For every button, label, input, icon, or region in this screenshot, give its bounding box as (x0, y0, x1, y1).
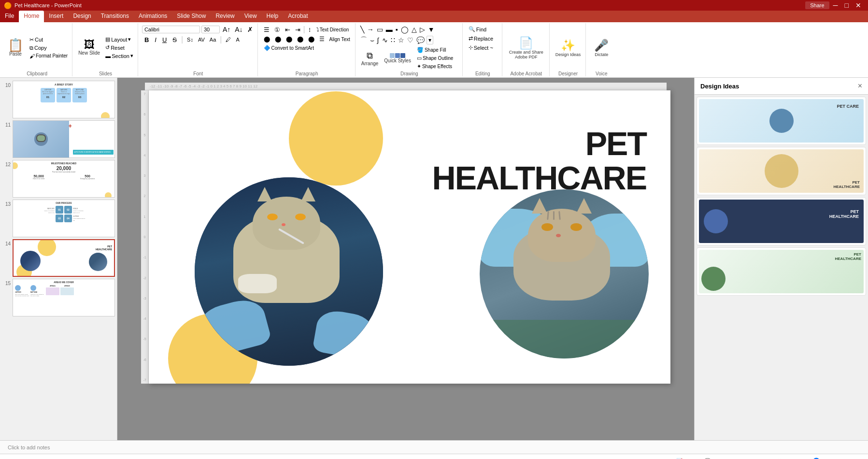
shape-effects-button[interactable]: ✦ Shape Effects (415, 63, 455, 70)
font-case-button[interactable]: Aa (208, 36, 218, 43)
shape-rect3[interactable]: ▪ (395, 25, 399, 34)
arrange-button[interactable]: ⧉ Arrange (359, 50, 381, 67)
underline-button[interactable]: U (160, 36, 169, 44)
format-painter-button[interactable]: 🖌 Format Painter (28, 53, 69, 59)
text-direction-button[interactable]: ⤵ Text Direction (314, 26, 351, 33)
shape-fill-icon: 🪣 (417, 47, 424, 53)
shapes-more-btn[interactable]: ▾ (427, 36, 433, 44)
shape-rect[interactable]: ▭ (376, 25, 384, 34)
text-shadow-button[interactable]: S↕ (185, 36, 195, 43)
design-ideas-button[interactable]: ✨ Design Ideas (554, 38, 583, 58)
font-size-select[interactable] (201, 26, 220, 33)
design-idea-3[interactable]: PETHEALTHCARE (697, 197, 866, 245)
tab-animations[interactable]: Animations (134, 11, 172, 22)
font-color-button[interactable]: A (234, 36, 241, 43)
strikethrough-button[interactable]: S (170, 36, 179, 44)
new-slide-button[interactable]: 🖼 New Slide (76, 39, 102, 57)
notes-placeholder[interactable]: Click to add notes (8, 445, 50, 450)
slideshow-button[interactable]: ▶ (789, 458, 794, 459)
cut-button[interactable]: ✂ Cut (28, 36, 69, 43)
tab-slideshow[interactable]: Slide Show (172, 11, 211, 22)
section-icon: ▬ (105, 53, 111, 59)
replace-button[interactable]: ⇄ Replace (467, 34, 499, 43)
font-size-increase[interactable]: A↑ (221, 25, 232, 34)
highlight-button[interactable]: 🖊 (224, 36, 233, 43)
layout-button[interactable]: ▤ Layout ▾ (104, 36, 135, 43)
paste-button[interactable]: 📋 Paste (5, 38, 26, 57)
shape-circle[interactable]: ◯ (400, 25, 410, 34)
arrange-icon: ⧉ (367, 51, 373, 61)
format-painter-icon: 🖌 (29, 53, 35, 59)
design-idea-4[interactable]: PETHEALTHCARE (697, 247, 866, 296)
shape-fill-button[interactable]: 🪣 Shape Fill (415, 46, 455, 54)
shape-more-arrow[interactable]: ▼ (427, 25, 436, 34)
tab-view[interactable]: View (240, 11, 262, 22)
copy-button[interactable]: ⧉ Copy (28, 44, 69, 52)
shape-callout[interactable]: 💬 (415, 36, 426, 44)
tab-file[interactable]: File (0, 11, 19, 22)
quick-styles-button[interactable]: Quick Styles (382, 52, 413, 64)
dictate-button[interactable]: 🎤 Dictate (592, 38, 611, 58)
reset-button[interactable]: ↺ Reset (104, 44, 135, 51)
slide-thumbnail-12[interactable]: 12 MILESTONES REACHED 20,000 Pets have b… (2, 160, 115, 198)
designer-panel-close[interactable]: × (858, 82, 862, 90)
align-more[interactable]: ⬤ (306, 35, 316, 43)
char-spacing-button[interactable]: AV (196, 36, 207, 43)
increase-indent[interactable]: ⇥ (293, 26, 302, 34)
bullets-button[interactable]: ☰ (262, 26, 271, 34)
line-spacing[interactable]: ☰ (317, 35, 327, 43)
shape-heart[interactable]: ♡ (406, 36, 414, 44)
shape-custom4[interactable]: ∷ (390, 36, 396, 44)
shape-star[interactable]: ☆ (397, 36, 405, 44)
find-button[interactable]: 🔍 Find (467, 25, 499, 33)
columns-button[interactable]: ⫶ (306, 26, 313, 34)
tab-acrobat[interactable]: Acrobat (283, 11, 313, 22)
slide-canvas: PET HEALTHCARE (149, 90, 670, 384)
layout-icon: ▤ (105, 36, 110, 43)
font-size-decrease[interactable]: A↓ (233, 25, 244, 34)
slide-thumbnail-10[interactable]: 10 A BRIEF STORY JUPITER this is the big… (2, 81, 115, 118)
design-idea-1[interactable]: PET CARE (697, 97, 866, 145)
share-button[interactable]: Share (805, 1, 829, 9)
shape-arrow[interactable]: → (366, 25, 375, 34)
align-center[interactable]: ⬤ (273, 35, 283, 43)
convert-smartart-button[interactable]: 🔷 Convert to SmartArt (262, 44, 316, 52)
justify[interactable]: ⬤ (295, 35, 305, 43)
slide-thumbnail-15[interactable]: 15 AREAS WE COVER JUPITER this is the bi… (2, 279, 115, 316)
shape-rect2[interactable]: ▬ (385, 25, 394, 34)
align-left[interactable]: ⬤ (262, 35, 272, 43)
reading-view-button[interactable]: 📖 (775, 458, 783, 459)
shape-custom1[interactable]: ⌣ (369, 36, 375, 45)
shape-right-arrow[interactable]: ▷ (419, 25, 426, 34)
slide-thumbnail-13[interactable]: 13 OUR PROCESS MERCURYVenus is a beautif… (2, 200, 115, 237)
shape-line[interactable]: ╲ (359, 25, 365, 34)
shape-triangle[interactable]: △ (411, 25, 418, 34)
italic-button[interactable]: I (152, 36, 159, 44)
align-right[interactable]: ⬤ (284, 35, 294, 43)
clear-formatting[interactable]: ✗ (246, 25, 255, 34)
tab-help[interactable]: Help (262, 11, 284, 22)
select-button[interactable]: ⊹ Select ~ (467, 43, 499, 52)
numbering-button[interactable]: ① (272, 26, 282, 34)
tab-insert[interactable]: Insert (44, 11, 68, 22)
tab-transitions[interactable]: Transitions (96, 11, 134, 22)
shape-outline-button[interactable]: ▭ Shape Outline (415, 55, 455, 62)
zoom-slider[interactable] (807, 458, 846, 459)
tab-review[interactable]: Review (211, 11, 239, 22)
bold-button[interactable]: B (142, 36, 151, 44)
shape-custom3[interactable]: ∿ (381, 36, 389, 44)
shape-curve[interactable]: ⌒ (359, 35, 368, 45)
create-pdf-button[interactable]: 📄 Create and Share Adobe PDF (506, 35, 546, 60)
tab-design[interactable]: Design (68, 11, 96, 22)
shape-custom2[interactable]: ∫ (376, 36, 380, 44)
tab-home[interactable]: Home (19, 11, 44, 22)
slide-thumbnail-14[interactable]: 14 PETHEALTHCARE (2, 239, 115, 277)
slide-sorter-button[interactable]: ⊞ (763, 458, 769, 459)
section-button[interactable]: ▬ Section ▾ (104, 52, 135, 59)
design-idea-2[interactable]: PETHEALTHCARE (697, 147, 866, 195)
slide-thumbnail-11[interactable]: 11 + A PICTURE IS WORTH A THOUSAND WORDS (2, 120, 115, 158)
align-text-button[interactable]: Align Text (327, 36, 352, 43)
decrease-indent[interactable]: ⇤ (283, 26, 292, 34)
font-family-select[interactable] (142, 26, 200, 33)
normal-view-button[interactable]: ▭ (751, 458, 757, 459)
